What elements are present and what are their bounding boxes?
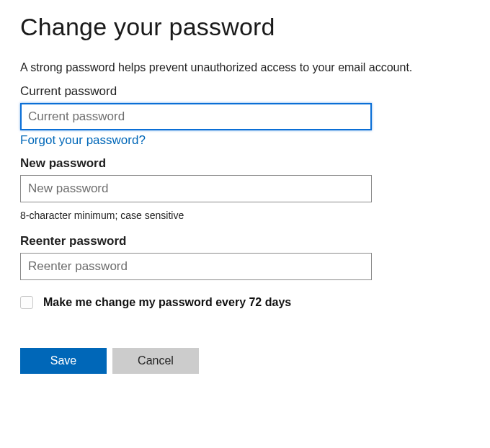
cancel-button[interactable]: Cancel (112, 348, 199, 374)
button-row: Save Cancel (20, 348, 470, 374)
reenter-password-label: Reenter password (20, 234, 470, 248)
current-password-group: Current password Forgot your password? (20, 84, 470, 148)
save-button[interactable]: Save (20, 348, 107, 374)
new-password-input[interactable] (20, 175, 372, 202)
new-password-label: New password (20, 156, 470, 171)
current-password-input[interactable] (20, 103, 372, 130)
change-every-72-days-label: Make me change my password every 72 days (43, 296, 291, 309)
forgot-password-link[interactable]: Forgot your password? (20, 133, 146, 148)
checkbox-row: Make me change my password every 72 days (20, 296, 470, 309)
current-password-label: Current password (20, 84, 470, 99)
page-subtext: A strong password helps prevent unauthor… (20, 61, 470, 74)
page-title: Change your password (20, 13, 470, 41)
new-password-group: New password 8-character minimum; case s… (20, 156, 470, 221)
new-password-hint: 8-character minimum; case sensitive (20, 210, 470, 221)
reenter-password-group: Reenter password (20, 234, 470, 280)
change-every-72-days-checkbox[interactable] (20, 296, 33, 309)
reenter-password-input[interactable] (20, 253, 372, 280)
